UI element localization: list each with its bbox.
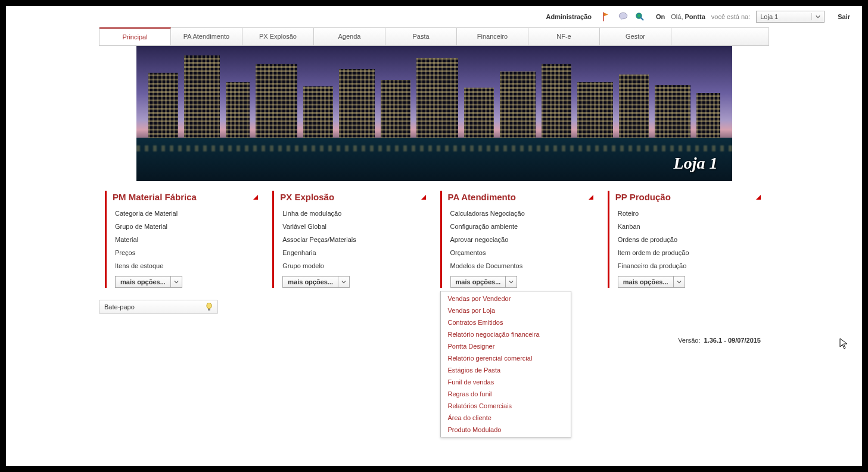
card-title[interactable]: PM Material Fábrica xyxy=(113,191,258,207)
card-link[interactable]: Material xyxy=(113,233,258,246)
svg-rect-5 xyxy=(208,309,210,310)
more-options-button[interactable]: mais opções... xyxy=(282,276,350,288)
dropdown-item[interactable]: Relatório negociação financeira xyxy=(441,328,571,340)
tab-pa-atendimento[interactable]: PA Atendimento xyxy=(171,28,242,45)
bulb-icon xyxy=(206,303,213,311)
more-options-button[interactable]: mais opções... xyxy=(618,276,685,288)
svg-line-3 xyxy=(641,18,644,21)
card-link[interactable]: Itens de estoque xyxy=(113,259,258,272)
online-status: On xyxy=(656,13,665,20)
location-label: você está na: xyxy=(711,13,750,20)
card-link[interactable]: Calculadoras Negociação xyxy=(448,207,593,220)
chat-bubble-icon[interactable] xyxy=(618,11,629,22)
store-select[interactable]: Loja 1 xyxy=(756,11,825,23)
card-link[interactable]: Preços xyxy=(113,246,258,259)
main-tabs: PrincipalPA AtendimentoPX ExplosãoAgenda… xyxy=(99,27,769,46)
card-pm-material-fábrica: PM Material FábricaCategoria de Material… xyxy=(99,191,266,294)
card-link[interactable]: Kanban xyxy=(615,220,761,233)
card-pa-atendimento: PA AtendimentoCalculadoras NegociaçãoCon… xyxy=(434,191,602,294)
dropdown-item[interactable]: Contratos Emitidos xyxy=(441,316,571,328)
dropdown-item[interactable]: Relatório gerencial comercial xyxy=(441,352,571,364)
collapse-triangle-icon xyxy=(589,195,593,200)
chevron-down-icon xyxy=(673,277,685,287)
card-pp-produção: PP ProduçãoRoteiroKanbanOrdens de produç… xyxy=(602,191,769,294)
logout-link[interactable]: Sair xyxy=(838,13,850,20)
search-globe-icon[interactable] xyxy=(634,11,645,22)
store-select-value: Loja 1 xyxy=(760,13,778,20)
tab-px-explosão[interactable]: PX Explosão xyxy=(242,28,314,45)
tab-agenda[interactable]: Agenda xyxy=(314,28,385,45)
cursor-icon xyxy=(839,338,849,353)
tab-financeiro[interactable]: Financeiro xyxy=(457,28,528,45)
dropdown-item[interactable]: Funil de vendas xyxy=(441,376,571,388)
chat-bar[interactable]: Bate-papo xyxy=(99,300,218,314)
banner-store-label: Loja 1 xyxy=(674,154,718,173)
dropdown-item[interactable]: Vendas por Vendedor xyxy=(441,293,571,305)
version-info: Versão: 1.36.1 - 09/07/2015 xyxy=(678,337,761,344)
tab-gestor[interactable]: Gestor xyxy=(600,28,671,45)
dropdown-item[interactable]: Regras do funil xyxy=(441,388,571,400)
card-link[interactable]: Categoria de Material xyxy=(113,207,258,220)
collapse-triangle-icon xyxy=(253,195,258,200)
flag-icon[interactable] xyxy=(601,11,612,22)
dropdown-item[interactable]: Pontta Designer xyxy=(441,340,571,352)
collapse-triangle-icon xyxy=(756,195,761,200)
dropdown-item[interactable]: Produto Modulado xyxy=(441,424,571,436)
more-options-dropdown: Vendas por VendedorVendas por LojaContra… xyxy=(440,291,571,437)
svg-point-4 xyxy=(207,303,211,309)
chat-label: Bate-papo xyxy=(104,303,135,310)
card-title[interactable]: PP Produção xyxy=(615,191,761,207)
topbar: Administração On Olá, Pontta você está n… xyxy=(6,6,862,27)
card-link[interactable]: Orçamentos xyxy=(448,246,593,259)
chevron-down-icon xyxy=(170,277,182,287)
admin-link[interactable]: Administração xyxy=(546,13,592,20)
card-link[interactable]: Grupo de Material xyxy=(113,220,258,233)
chevron-down-icon xyxy=(505,277,517,287)
chevron-down-icon xyxy=(338,277,349,287)
tab-nf-e[interactable]: NF-e xyxy=(528,28,600,45)
card-link[interactable]: Linha de modulação xyxy=(280,207,425,220)
card-px-explosão: PX ExplosãoLinha de modulaçãoVariável Gl… xyxy=(266,191,434,294)
card-link[interactable]: Associar Peças/Materiais xyxy=(280,233,425,246)
greeting: Olá, Pontta xyxy=(671,13,705,20)
chevron-down-icon xyxy=(811,13,820,20)
card-title[interactable]: PA Atendimento xyxy=(448,191,593,207)
dropdown-item[interactable]: Estágios de Pasta xyxy=(441,364,571,376)
card-link[interactable]: Modelos de Documentos xyxy=(448,259,593,272)
svg-point-0 xyxy=(619,13,627,19)
more-options-button[interactable]: mais opções... xyxy=(115,276,182,288)
card-link[interactable]: Roteiro xyxy=(615,207,761,220)
card-link[interactable]: Aprovar negociação xyxy=(448,233,593,246)
card-link[interactable]: Grupo modelo xyxy=(280,259,425,272)
card-link[interactable]: Ordens de produção xyxy=(615,233,761,246)
card-link[interactable]: Item ordem de produção xyxy=(615,246,761,259)
card-link[interactable]: Engenharia xyxy=(280,246,425,259)
tab-principal[interactable]: Principal xyxy=(99,27,171,45)
dropdown-item[interactable]: Relatórios Comerciais xyxy=(441,400,571,412)
module-cards: PM Material FábricaCategoria de Material… xyxy=(99,191,769,294)
dropdown-item[interactable]: Vendas por Loja xyxy=(441,305,571,316)
banner-image: Loja 1 xyxy=(136,46,732,181)
card-link[interactable]: Variável Global xyxy=(280,220,425,233)
tab-pasta[interactable]: Pasta xyxy=(385,28,457,45)
card-link[interactable]: Configuração ambiente xyxy=(448,220,593,233)
card-title[interactable]: PX Explosão xyxy=(280,191,425,207)
more-options-button[interactable]: mais opções... xyxy=(450,276,518,288)
card-link[interactable]: Financeiro da produção xyxy=(615,259,761,272)
collapse-triangle-icon xyxy=(421,195,426,200)
dropdown-item[interactable]: Área do cliente xyxy=(441,412,571,424)
